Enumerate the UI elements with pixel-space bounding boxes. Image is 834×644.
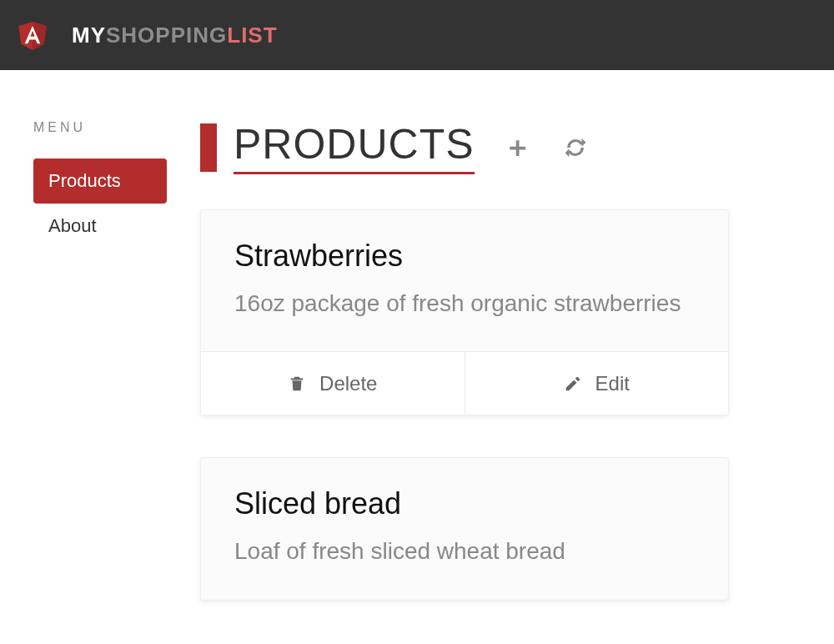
trash-icon xyxy=(288,375,306,393)
product-description: Loaf of fresh sliced wheat bread xyxy=(234,533,695,569)
page-title: PRODUCTS xyxy=(234,120,475,174)
delete-button-label: Delete xyxy=(319,372,377,395)
angular-logo-icon xyxy=(17,18,48,52)
main-panel: PRODUCTS Strawberries 16oz package of fr… xyxy=(200,120,801,642)
title-accent-bar xyxy=(200,123,217,172)
edit-icon xyxy=(564,375,582,393)
product-title: Strawberries xyxy=(234,239,695,274)
product-card-actions: Delete Edit xyxy=(201,351,728,415)
refresh-icon xyxy=(563,135,588,160)
brand-part-1: MY xyxy=(72,23,106,48)
product-card: Sliced bread Loaf of fresh sliced wheat … xyxy=(200,457,729,600)
product-card-body: Sliced bread Loaf of fresh sliced wheat … xyxy=(201,458,728,599)
content-area: MENU Products About PRODUCTS Strawberrie… xyxy=(0,70,834,642)
page-header: PRODUCTS xyxy=(200,120,801,174)
plus-icon xyxy=(505,135,530,160)
sidebar: MENU Products About xyxy=(33,120,167,642)
brand-part-2: SHOPPING xyxy=(106,23,227,48)
edit-button[interactable]: Edit xyxy=(465,352,729,415)
add-product-button[interactable] xyxy=(505,135,530,160)
brand-part-3: LIST xyxy=(227,23,277,48)
edit-button-label: Edit xyxy=(595,372,630,395)
product-description: 16oz package of fresh organic strawberri… xyxy=(234,285,695,321)
product-title: Sliced bread xyxy=(234,486,695,521)
sidebar-item-products[interactable]: Products xyxy=(33,158,167,204)
refresh-button[interactable] xyxy=(563,135,588,160)
product-card-body: Strawberries 16oz package of fresh organ… xyxy=(201,210,728,351)
sidebar-item-label: About xyxy=(48,215,97,236)
app-header: MYSHOPPINGLIST xyxy=(0,0,834,70)
product-card: Strawberries 16oz package of fresh organ… xyxy=(200,209,729,415)
app-brand: MYSHOPPINGLIST xyxy=(72,23,278,48)
menu-heading: MENU xyxy=(33,120,167,135)
delete-button[interactable]: Delete xyxy=(201,352,465,415)
sidebar-item-label: Products xyxy=(48,170,121,191)
sidebar-item-about[interactable]: About xyxy=(33,204,167,249)
